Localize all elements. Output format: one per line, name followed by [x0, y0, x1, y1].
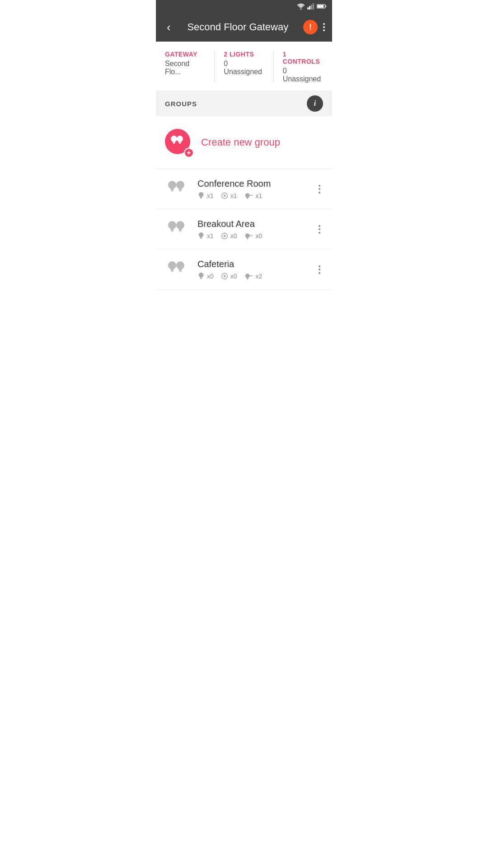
svg-rect-31 — [171, 231, 174, 232]
conference-room-info: Conference Room x1 x1 x1 — [197, 179, 307, 200]
svg-point-20 — [199, 192, 204, 197]
svg-point-0 — [300, 9, 302, 10]
status-bar — [156, 0, 332, 13]
gateway-summary[interactable]: GATEWAY Second Flo... — [156, 51, 214, 83]
svg-rect-21 — [200, 196, 202, 198]
breakout-area-controls: x0 — [244, 232, 263, 240]
control-icon — [244, 273, 253, 280]
svg-rect-56 — [246, 278, 248, 278]
cafeteria-sensors-count: x0 — [230, 273, 237, 280]
group-bulbs-svg — [168, 134, 187, 149]
svg-rect-46 — [171, 271, 174, 272]
group-item-breakout-area[interactable]: Breakout Area x1 x0 x0 — [156, 209, 332, 250]
conference-room-sensors: x1 — [221, 192, 237, 199]
svg-point-14 — [168, 181, 176, 189]
svg-rect-41 — [246, 237, 248, 238]
svg-rect-49 — [179, 271, 182, 272]
back-button[interactable]: ‹ — [163, 17, 174, 38]
svg-rect-4 — [313, 3, 314, 9]
conference-room-stats: x1 x1 x1 — [197, 192, 307, 200]
cafeteria-icon — [165, 258, 188, 281]
svg-rect-19 — [179, 190, 182, 192]
svg-rect-6 — [325, 5, 326, 7]
conference-room-controls-count: x1 — [256, 192, 263, 199]
svg-rect-43 — [247, 238, 248, 239]
control-icon — [244, 192, 253, 199]
svg-point-8 — [171, 136, 177, 142]
conference-room-lights: x1 — [197, 192, 214, 200]
battery-icon — [317, 4, 327, 9]
more-menu-button[interactable] — [321, 21, 327, 33]
svg-rect-33 — [179, 229, 182, 231]
breakout-area-lights: x1 — [197, 232, 214, 240]
svg-point-39 — [223, 235, 225, 237]
svg-point-35 — [199, 232, 204, 237]
lights-sublabel: 0 Unassigned — [224, 60, 264, 76]
create-group-label: Create new group — [201, 137, 280, 148]
alert-badge[interactable]: ! — [303, 20, 318, 34]
breakout-area-lights-count: x1 — [207, 232, 214, 240]
page-title: Second Floor Gateway — [178, 21, 298, 33]
svg-rect-45 — [171, 269, 174, 271]
breakout-area-info: Breakout Area x1 x0 x0 — [197, 219, 307, 240]
svg-rect-12 — [178, 142, 181, 143]
gateway-label: GATEWAY — [165, 51, 205, 58]
conference-room-sensors-count: x1 — [230, 192, 237, 199]
conference-room-controls: x1 — [244, 192, 263, 199]
conference-room-lights-count: x1 — [207, 192, 214, 199]
breakout-area-menu[interactable] — [316, 222, 323, 236]
group-item-conference-room[interactable]: Conference Room x1 x1 x1 — [156, 169, 332, 209]
svg-rect-48 — [179, 269, 182, 271]
breakout-area-sensors: x0 — [221, 232, 237, 240]
summary-section: GATEWAY Second Flo... 2 LIGHTS 0 Unassig… — [156, 42, 332, 91]
more-dot-2 — [323, 26, 325, 28]
groups-header: GROUPS i — [156, 91, 332, 116]
svg-rect-15 — [171, 189, 174, 190]
cafeteria-info: Cafeteria x0 x0 x2 — [197, 259, 307, 280]
cafeteria-controls: x2 — [244, 273, 263, 280]
svg-point-44 — [168, 261, 176, 269]
svg-rect-2 — [309, 6, 310, 9]
lights-summary[interactable]: 2 LIGHTS 0 Unassigned — [214, 51, 273, 83]
svg-rect-37 — [200, 238, 202, 239]
more-dot-1 — [323, 23, 325, 25]
group-item-cafeteria[interactable]: Cafeteria x0 x0 x2 — [156, 250, 332, 290]
signal-icon — [307, 3, 314, 9]
breakout-area-controls-count: x0 — [256, 232, 263, 240]
app-header: ‹ Second Floor Gateway ! — [156, 13, 332, 42]
cafeteria-stats: x0 x0 x2 — [197, 272, 307, 280]
cafeteria-lights: x0 — [197, 272, 214, 280]
svg-point-32 — [176, 221, 184, 229]
conference-room-icon — [165, 177, 188, 201]
svg-rect-34 — [179, 231, 182, 232]
gateway-value: Second Flo... — [165, 60, 205, 76]
svg-point-54 — [223, 275, 225, 277]
svg-rect-58 — [247, 278, 248, 279]
svg-rect-51 — [200, 277, 202, 278]
conference-room-menu[interactable] — [316, 182, 323, 196]
cafeteria-sensors: x0 — [221, 273, 237, 280]
sensor-icon — [221, 232, 228, 240]
svg-rect-36 — [200, 236, 202, 238]
svg-point-29 — [168, 221, 176, 229]
wifi-icon — [297, 3, 305, 9]
cafeteria-bulbs-svg — [166, 259, 188, 279]
conference-room-name: Conference Room — [197, 179, 307, 189]
lights-label: 2 LIGHTS — [224, 51, 264, 58]
control-icon — [244, 232, 253, 240]
controls-sublabel: 0 Unassigned — [283, 67, 323, 83]
controls-summary[interactable]: 1 CONTROLS 0 Unassigned — [273, 51, 332, 83]
header-actions: ! — [303, 20, 327, 34]
cafeteria-menu[interactable] — [316, 263, 323, 277]
svg-point-55 — [245, 274, 249, 278]
info-button[interactable]: i — [307, 95, 323, 112]
sensor-icon — [221, 273, 228, 280]
cafeteria-name: Cafeteria — [197, 259, 307, 269]
groups-label: GROUPS — [165, 100, 197, 108]
bulb-icon — [197, 192, 205, 200]
svg-rect-28 — [247, 198, 248, 198]
svg-rect-16 — [171, 190, 174, 192]
bulb-icon — [197, 232, 205, 240]
cafeteria-controls-count: x2 — [256, 273, 263, 280]
create-group-item[interactable]: + Create new group — [156, 116, 332, 169]
